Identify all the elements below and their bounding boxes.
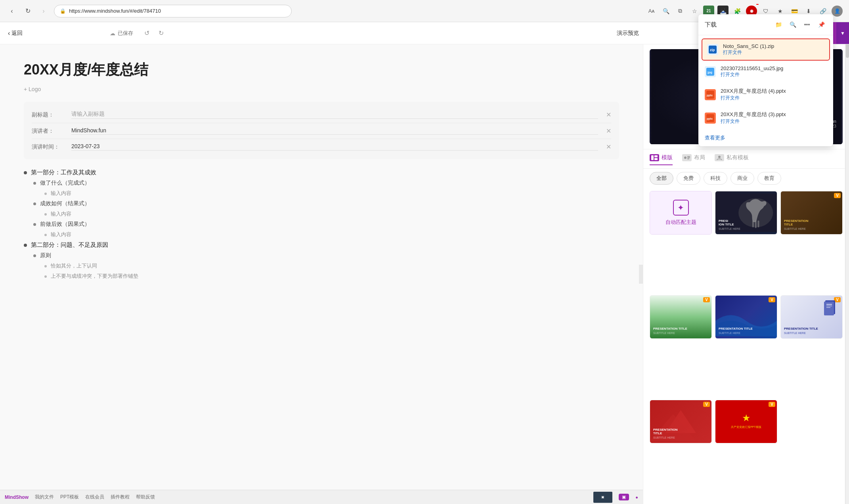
outline-item-10[interactable]: 上不要与成绩冲突，下要为部署作铺垫 [24,273,619,280]
outline-text-4: 输入内容 [51,210,71,218]
outline-item-2[interactable]: 输入内容 [24,190,619,197]
outline-text-8: 原则 [40,252,51,259]
download-item-pptx2[interactable]: pptx 20XX月度_年度总结 (3).pptx 打开文件 [698,106,833,130]
svg-rect-18 [755,220,757,228]
present-dropdown[interactable]: ▼ [836,22,849,44]
date-input[interactable]: 2023-07-23 [71,143,598,151]
popup-search-button[interactable]: 🔍 [787,19,798,30]
file-action-zip[interactable]: 打开文件 [723,49,824,56]
split-view-icon[interactable]: ⧉ [675,6,686,17]
translate-icon[interactable]: Aᴀ [646,6,657,17]
template-auto[interactable]: ✦ 自动匹配主题 [650,191,712,235]
see-more-button[interactable]: 查看更多 [698,130,833,146]
download-item-pptx1[interactable]: pptx 20XX月度_年度总结 (4).pptx 打开文件 [698,83,833,106]
subtitle-input-0[interactable]: 请输入副标题 [71,111,598,119]
filter-education[interactable]: 教育 [757,172,781,185]
filter-free[interactable]: 免费 [677,172,700,185]
file-icon-pptx2: pptx [705,113,716,124]
preview-label: 演示预览 [617,30,639,37]
bottom-item-files[interactable]: 我的文件 [35,494,54,500]
popup-more-button[interactable]: ••• [801,19,813,30]
template-teal[interactable]: V PRESENTATION TITLE SUBTITLE HERE [650,295,712,339]
subtitle-label-2: 演讲时间： [32,143,63,151]
remove-subtitle-btn[interactable]: ✕ [606,111,611,118]
address-bar[interactable]: 🔒 https://www.mindshow.fun/#/edit/784710 [54,5,292,17]
refresh-button[interactable]: ↻ [22,6,33,17]
popup-folder-button[interactable]: 📁 [773,19,784,30]
slide-position: ● [635,495,638,500]
template-book[interactable]: V PRESENTATION TITLE SUBTITLE HERE [780,295,843,339]
filter-all[interactable]: 全部 [650,172,673,185]
logo-placeholder[interactable]: + Logo [24,86,619,92]
outline-item-3[interactable]: 成效如何（结果式） [24,200,619,207]
subtitle-row-1: 演讲者： MindShow.fun ✕ [32,123,611,139]
template-book-title: PRESENTATION TITLE [784,327,818,330]
forward-button[interactable]: › [38,6,49,17]
toggle-sidebar-button[interactable]: › [639,265,643,284]
template-blue[interactable]: V PRESENTATION TITLE SUBTITLE HERE [715,295,777,339]
back-to-home-button[interactable]: ‹ 返回 [8,30,23,37]
file-icon-img: jpg [705,66,716,77]
template-horse[interactable]: PRESIION TITLE SUBTITLE HERE [715,191,777,235]
back-button[interactable]: ‹ [6,6,17,17]
template-red[interactable]: V PRESENTATIONTITLE SUBTITLE HERE [650,400,712,443]
outline-item-0[interactable]: 第一部分：工作及其成效 [24,169,619,176]
browser-avatar[interactable]: 👤 [832,6,843,17]
download-item-zip[interactable]: zip Noto_Sans_SC (1).zip 打开文件 [702,38,830,61]
url-text: https://www.mindshow.fun/#/edit/784710 [69,8,161,14]
bottom-bar: MindShow 我的文件 PPT模板 在线会员 插件教程 帮助反馈 ▣ ▣ ● [0,490,643,504]
popup-header: 下载 📁 🔍 ••• 📌 [698,14,833,35]
outline-item-6[interactable]: 输入内容 [24,231,619,238]
outline-item-9[interactable]: 恰如其分，上下认同 [24,262,619,269]
template-golden-title: PRESENTATIONTITLE [784,219,808,226]
outline-item-7[interactable]: 第二部分：问题、不足及原因 [24,241,619,249]
template-party[interactable]: V ★ 共产党党政汇报PPT模版 [715,400,777,443]
remove-date-btn[interactable]: ✕ [606,143,611,151]
undo-button[interactable]: ↺ [141,28,152,39]
file-icon-pptx1: pptx [705,89,716,100]
bullet-l2-1 [33,202,36,205]
subtitle-row-2: 演讲时间： 2023-07-23 ✕ [32,139,611,155]
filter-pills: 全部 免费 科技 商业 教育 [643,169,849,188]
outline-item-5[interactable]: 前做后效（因果式） [24,221,619,228]
save-status: ☁ 已保存 [110,30,133,37]
bottom-item-plugin[interactable]: 插件教程 [111,494,130,500]
bottom-item-help[interactable]: 帮助反馈 [136,494,155,500]
svg-text:pptx: pptx [707,117,713,120]
template-golden[interactable]: V PRESENTATIONTITLE SUBTITLE HERE [780,191,843,235]
popup-title: 下载 [705,21,770,29]
tab-buju[interactable]: 布局 [682,154,705,165]
speaker-input[interactable]: MindShow.fun [71,127,598,135]
svg-rect-21 [824,302,834,315]
outline-text-3: 成效如何（结果式） [40,200,90,207]
file-action-img[interactable]: 打开文件 [721,71,827,78]
book-icon-area [823,300,839,321]
file-action-pptx2[interactable]: 打开文件 [721,118,827,125]
tab-moban[interactable]: 模版 [650,154,673,165]
bookmark-icon[interactable]: ☆ [689,6,700,17]
redo-button[interactable]: ↻ [155,28,166,39]
bullet-l1-1 [24,244,27,247]
download-item-img[interactable]: jpg 20230723115651_uu25.jpg 打开文件 [698,61,833,83]
remove-speaker-btn[interactable]: ✕ [606,127,611,135]
outline-item-8[interactable]: 原则 [24,252,619,259]
presentation-title[interactable]: 20XX月度/年度总结 [24,60,619,80]
tab-private[interactable]: 私有模板 [715,154,749,165]
svg-text:jpg: jpg [707,71,712,74]
file-action-pptx1[interactable]: 打开文件 [721,95,827,101]
bullet-l3-0 [44,193,47,195]
search-icon[interactable]: 🔍 [660,6,671,17]
filter-tech[interactable]: 科技 [704,172,727,185]
bottom-item-vip[interactable]: 在线会员 [85,494,104,500]
outline-item-1[interactable]: 做了什么（完成式） [24,179,619,187]
download-popup: 下载 📁 🔍 ••• 📌 zip Noto_Sans_SC (1).zip 打开… [698,14,833,146]
outline-text-9: 恰如其分，上下认同 [51,262,97,269]
party-inner: ★ 共产党党政汇报PPT模版 [715,400,777,443]
slide-thumbnail[interactable]: ▣ [593,492,612,503]
popup-pin-button[interactable]: 📌 [816,19,827,30]
bottom-item-templates[interactable]: PPT模板 [60,494,79,500]
filter-business[interactable]: 商业 [730,172,754,185]
editor-area: 20XX月度/年度总结 + Logo 副标题： 请输入副标题 ✕ 演讲者： Mi… [0,44,643,504]
template-grid: ✦ 自动匹配主题 PRESIION TITLE SUBTI [643,188,849,504]
outline-item-4[interactable]: 输入内容 [24,210,619,218]
